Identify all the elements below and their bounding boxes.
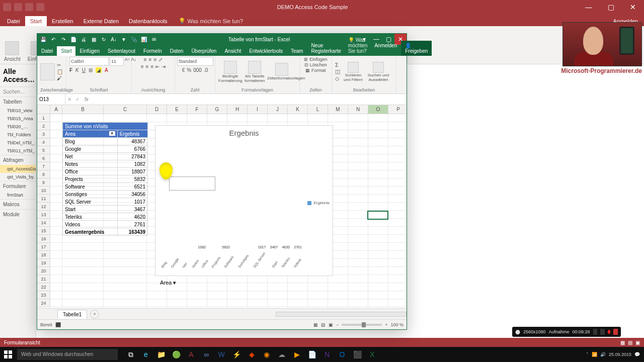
row-header[interactable]: 10: [37, 187, 50, 195]
cell[interactable]: [50, 291, 62, 299]
row-header[interactable]: 2: [37, 122, 50, 130]
cell[interactable]: [368, 251, 388, 259]
dropdown-icon[interactable]: ▼: [109, 131, 115, 136]
cell[interactable]: [50, 122, 62, 130]
cell[interactable]: [388, 146, 407, 154]
tab-start[interactable]: Start: [25, 16, 47, 26]
cell[interactable]: [348, 211, 368, 219]
font-name-combo[interactable]: Calibri: [69, 57, 109, 66]
excel-icon[interactable]: X: [365, 347, 379, 361]
cell[interactable]: [388, 114, 407, 122]
cell[interactable]: [388, 235, 407, 243]
cell[interactable]: [62, 235, 104, 243]
percent-icon[interactable]: %: [187, 67, 191, 73]
nav-item[interactable]: qst_AccessDat: [0, 165, 36, 173]
column-header[interactable]: P: [388, 105, 407, 114]
minimize-icon[interactable]: —: [578, 0, 600, 14]
tab-ueberpruefen[interactable]: Überprüfen: [187, 46, 220, 56]
nav-title[interactable]: Alle Access…: [0, 64, 36, 87]
cell[interactable]: [207, 299, 227, 307]
column-header[interactable]: F: [187, 105, 207, 114]
cell[interactable]: [348, 299, 368, 307]
cell[interactable]: [62, 275, 104, 283]
cell[interactable]: [388, 162, 407, 170]
row-header[interactable]: 17: [37, 243, 50, 251]
row-header[interactable]: 8: [37, 170, 50, 178]
cell[interactable]: [388, 170, 407, 178]
app-icon[interactable]: ◉: [260, 347, 274, 361]
maximize-icon[interactable]: ▢: [600, 0, 622, 14]
cell[interactable]: [62, 243, 104, 251]
save-icon[interactable]: 💾: [39, 35, 47, 43]
cell[interactable]: [348, 178, 368, 187]
cell[interactable]: [368, 170, 388, 178]
undo-icon[interactable]: ↶: [49, 35, 57, 43]
macro-record-icon[interactable]: ⬛: [55, 322, 61, 327]
inc-dec-icon[interactable]: .0: [204, 67, 208, 73]
excel-tell-me[interactable]: 💡 Was möchten Sie tun?: [345, 35, 370, 56]
row-header[interactable]: 14: [37, 219, 50, 227]
cell[interactable]: [348, 203, 368, 211]
cell[interactable]: [50, 219, 62, 227]
cell[interactable]: [348, 187, 368, 195]
cell[interactable]: [50, 267, 62, 275]
recorder-settings-icon[interactable]: [600, 329, 605, 335]
row-header[interactable]: 7: [37, 162, 50, 170]
save-icon[interactable]: [14, 3, 22, 11]
cell[interactable]: [388, 299, 407, 307]
indent-icon[interactable]: ⇥: [162, 64, 166, 69]
add-sheet-button[interactable]: +: [90, 310, 99, 319]
row-header[interactable]: 23: [37, 291, 50, 299]
cell[interactable]: [328, 291, 348, 299]
cell[interactable]: [50, 275, 62, 283]
system-tray[interactable]: ˄ 📶 🔊 25.09.2015 💬: [586, 352, 644, 357]
indent-icon[interactable]: ⇤: [155, 64, 159, 69]
cell[interactable]: [50, 187, 62, 195]
cell[interactable]: [388, 178, 407, 187]
italic-button[interactable]: K: [75, 67, 79, 73]
tab-start[interactable]: Start: [57, 46, 75, 56]
tray-up-icon[interactable]: ˄: [586, 352, 589, 357]
column-header[interactable]: J: [268, 105, 288, 114]
cell[interactable]: [328, 299, 348, 307]
cell[interactable]: [368, 283, 388, 291]
cancel-fx-icon[interactable]: ✕: [65, 97, 73, 102]
view-btn-icon[interactable]: ▦: [620, 340, 625, 345]
tab-einfuegen[interactable]: Einfügen: [75, 46, 103, 56]
app-icon[interactable]: ⚡: [229, 347, 244, 361]
row-header[interactable]: 4: [37, 138, 50, 146]
cell[interactable]: [368, 227, 388, 235]
zoom-level[interactable]: 100 %: [390, 322, 404, 327]
row-header[interactable]: 13: [37, 211, 50, 219]
cell[interactable]: [268, 299, 288, 307]
chrome-icon[interactable]: 🟢: [169, 347, 183, 361]
undo-icon[interactable]: [25, 3, 33, 11]
pivot-row-label[interactable]: Sonstiges: [63, 191, 118, 198]
cell[interactable]: [308, 299, 328, 307]
cell[interactable]: [62, 259, 104, 267]
cell[interactable]: [368, 114, 388, 122]
qa-icon[interactable]: ▦: [90, 35, 98, 43]
cell[interactable]: [104, 299, 147, 307]
tab-datenbanktools[interactable]: Datenbanktools: [124, 16, 172, 26]
cell[interactable]: [348, 219, 368, 227]
pivot-row-label[interactable]: Projects: [63, 175, 118, 183]
nav-section-tables[interactable]: Tabellen: [0, 97, 36, 107]
row-header[interactable]: 15: [37, 227, 50, 235]
tab-daten[interactable]: Daten: [166, 46, 188, 56]
cell[interactable]: [368, 154, 388, 162]
comma-icon[interactable]: 000: [193, 67, 202, 73]
tray-date[interactable]: 25.09.2015: [609, 352, 631, 357]
view-normal-icon[interactable]: ▦: [313, 322, 318, 327]
cell[interactable]: [368, 130, 388, 138]
cell[interactable]: [50, 251, 62, 259]
tab-neue[interactable]: Neue Registerkarte: [307, 41, 345, 56]
pivot-row-label[interactable]: Teleriks: [63, 213, 118, 221]
cell[interactable]: [104, 267, 147, 275]
row-header[interactable]: 24: [37, 299, 50, 307]
cell[interactable]: [50, 146, 62, 154]
cell[interactable]: [104, 275, 147, 283]
nav-item[interactable]: Tbl011_nTbl_…: [0, 147, 36, 155]
select-all-cell[interactable]: [37, 105, 50, 114]
cell[interactable]: [50, 130, 62, 138]
